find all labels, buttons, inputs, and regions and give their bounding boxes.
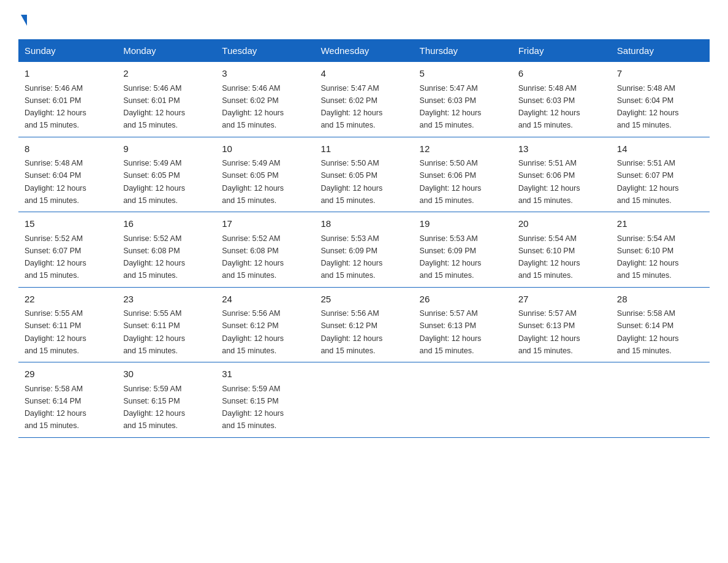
day-info: Sunrise: 5:48 AMSunset: 6:04 PMDaylight:… [25,159,86,205]
day-info: Sunrise: 5:50 AMSunset: 6:05 PMDaylight:… [320,159,382,205]
day-number: 27 [518,293,605,307]
day-info: Sunrise: 5:50 AMSunset: 6:06 PMDaylight:… [420,159,482,205]
calendar-header: SundayMondayTuesdayWednesdayThursdayFrid… [18,39,710,62]
day-number: 11 [320,142,407,156]
day-number: 6 [518,67,605,81]
header-row: SundayMondayTuesdayWednesdayThursdayFrid… [18,39,710,62]
header-cell-thursday: Thursday [414,39,512,62]
calendar-cell: 21Sunrise: 5:54 AMSunset: 6:10 PMDayligh… [611,212,710,288]
day-number: 15 [25,217,111,231]
calendar-cell: 27Sunrise: 5:57 AMSunset: 6:13 PMDayligh… [512,287,611,362]
header-cell-tuesday: Tuesday [216,39,314,62]
day-number: 29 [25,367,111,381]
day-info: Sunrise: 5:57 AMSunset: 6:13 PMDaylight:… [420,309,482,355]
day-info: Sunrise: 5:59 AMSunset: 6:15 PMDaylight:… [222,385,284,431]
calendar-cell [611,362,710,438]
calendar-cell: 20Sunrise: 5:54 AMSunset: 6:10 PMDayligh… [512,212,611,288]
header-cell-monday: Monday [117,39,216,62]
day-info: Sunrise: 5:51 AMSunset: 6:06 PMDaylight:… [518,159,580,205]
day-info: Sunrise: 5:55 AMSunset: 6:11 PMDaylight:… [123,309,185,355]
day-info: Sunrise: 5:56 AMSunset: 6:12 PMDaylight:… [320,309,382,355]
day-info: Sunrise: 5:53 AMSunset: 6:09 PMDaylight:… [420,234,482,280]
day-number: 1 [25,67,111,81]
logo [18,15,27,31]
day-number: 8 [25,142,111,156]
day-number: 14 [617,142,703,156]
calendar-cell: 23Sunrise: 5:55 AMSunset: 6:11 PMDayligh… [117,287,216,362]
day-info: Sunrise: 5:58 AMSunset: 6:14 PMDaylight:… [25,385,86,431]
calendar-table: SundayMondayTuesdayWednesdayThursdayFrid… [18,39,710,438]
day-number: 16 [123,217,210,231]
day-number: 24 [222,293,308,307]
calendar-cell: 13Sunrise: 5:51 AMSunset: 6:06 PMDayligh… [512,137,611,212]
calendar-cell: 7Sunrise: 5:48 AMSunset: 6:04 PMDaylight… [611,62,710,137]
day-info: Sunrise: 5:47 AMSunset: 6:03 PMDaylight:… [420,84,482,130]
calendar-cell: 22Sunrise: 5:55 AMSunset: 6:11 PMDayligh… [18,287,117,362]
day-number: 30 [123,367,210,381]
calendar-cell: 17Sunrise: 5:52 AMSunset: 6:08 PMDayligh… [216,212,314,288]
day-info: Sunrise: 5:54 AMSunset: 6:10 PMDaylight:… [518,234,580,280]
calendar-cell: 24Sunrise: 5:56 AMSunset: 6:12 PMDayligh… [216,287,314,362]
day-info: Sunrise: 5:56 AMSunset: 6:12 PMDaylight:… [222,309,284,355]
calendar-cell [314,362,413,438]
calendar-week-1: 1Sunrise: 5:46 AMSunset: 6:01 PMDaylight… [18,62,710,137]
header-cell-wednesday: Wednesday [314,39,413,62]
calendar-cell: 15Sunrise: 5:52 AMSunset: 6:07 PMDayligh… [18,212,117,288]
day-number: 4 [320,67,407,81]
calendar-cell: 2Sunrise: 5:46 AMSunset: 6:01 PMDaylight… [117,62,216,137]
calendar-cell: 19Sunrise: 5:53 AMSunset: 6:09 PMDayligh… [414,212,512,288]
logo-triangle-icon [21,15,27,26]
day-number: 19 [420,217,506,231]
calendar-cell: 12Sunrise: 5:50 AMSunset: 6:06 PMDayligh… [414,137,512,212]
calendar-week-2: 8Sunrise: 5:48 AMSunset: 6:04 PMDaylight… [18,137,710,212]
day-info: Sunrise: 5:49 AMSunset: 6:05 PMDaylight:… [222,159,284,205]
day-info: Sunrise: 5:48 AMSunset: 6:04 PMDaylight:… [617,84,679,130]
day-number: 23 [123,293,210,307]
calendar-cell: 11Sunrise: 5:50 AMSunset: 6:05 PMDayligh… [314,137,413,212]
calendar-cell: 1Sunrise: 5:46 AMSunset: 6:01 PMDaylight… [18,62,117,137]
page-header [18,15,710,31]
header-cell-friday: Friday [512,39,611,62]
day-number: 9 [123,142,210,156]
day-info: Sunrise: 5:53 AMSunset: 6:09 PMDaylight:… [320,234,382,280]
calendar-cell: 10Sunrise: 5:49 AMSunset: 6:05 PMDayligh… [216,137,314,212]
day-number: 17 [222,217,308,231]
header-cell-saturday: Saturday [611,39,710,62]
calendar-cell: 25Sunrise: 5:56 AMSunset: 6:12 PMDayligh… [314,287,413,362]
day-number: 13 [518,142,605,156]
day-info: Sunrise: 5:58 AMSunset: 6:14 PMDaylight:… [617,309,679,355]
calendar-cell: 28Sunrise: 5:58 AMSunset: 6:14 PMDayligh… [611,287,710,362]
calendar-cell: 8Sunrise: 5:48 AMSunset: 6:04 PMDaylight… [18,137,117,212]
calendar-cell: 4Sunrise: 5:47 AMSunset: 6:02 PMDaylight… [314,62,413,137]
day-number: 21 [617,217,703,231]
day-info: Sunrise: 5:51 AMSunset: 6:07 PMDaylight:… [617,159,679,205]
day-number: 22 [25,293,111,307]
calendar-cell [414,362,512,438]
day-info: Sunrise: 5:52 AMSunset: 6:08 PMDaylight:… [123,234,185,280]
day-info: Sunrise: 5:46 AMSunset: 6:01 PMDaylight:… [123,84,185,130]
calendar-week-4: 22Sunrise: 5:55 AMSunset: 6:11 PMDayligh… [18,287,710,362]
day-number: 3 [222,67,308,81]
day-number: 28 [617,293,703,307]
day-info: Sunrise: 5:55 AMSunset: 6:11 PMDaylight:… [25,309,86,355]
day-number: 7 [617,67,703,81]
calendar-cell: 29Sunrise: 5:58 AMSunset: 6:14 PMDayligh… [18,362,117,438]
calendar-cell: 26Sunrise: 5:57 AMSunset: 6:13 PMDayligh… [414,287,512,362]
calendar-cell: 14Sunrise: 5:51 AMSunset: 6:07 PMDayligh… [611,137,710,212]
header-cell-sunday: Sunday [18,39,117,62]
calendar-cell: 18Sunrise: 5:53 AMSunset: 6:09 PMDayligh… [314,212,413,288]
day-info: Sunrise: 5:54 AMSunset: 6:10 PMDaylight:… [617,234,679,280]
day-info: Sunrise: 5:57 AMSunset: 6:13 PMDaylight:… [518,309,580,355]
day-number: 12 [420,142,506,156]
calendar-week-5: 29Sunrise: 5:58 AMSunset: 6:14 PMDayligh… [18,362,710,438]
day-number: 2 [123,67,210,81]
day-number: 10 [222,142,308,156]
day-number: 5 [420,67,506,81]
calendar-cell: 3Sunrise: 5:46 AMSunset: 6:02 PMDaylight… [216,62,314,137]
day-info: Sunrise: 5:59 AMSunset: 6:15 PMDaylight:… [123,385,185,431]
calendar-cell [512,362,611,438]
day-number: 20 [518,217,605,231]
day-info: Sunrise: 5:46 AMSunset: 6:01 PMDaylight:… [25,84,86,130]
calendar-cell: 5Sunrise: 5:47 AMSunset: 6:03 PMDaylight… [414,62,512,137]
day-info: Sunrise: 5:52 AMSunset: 6:08 PMDaylight:… [222,234,284,280]
